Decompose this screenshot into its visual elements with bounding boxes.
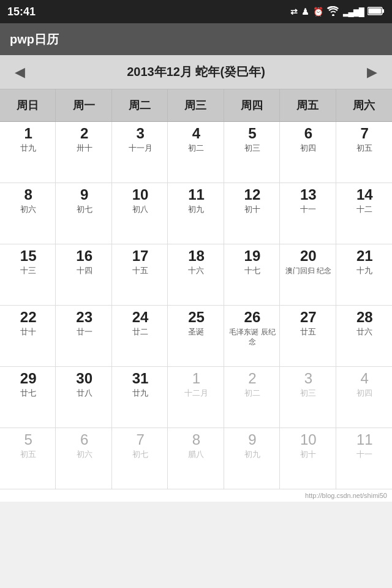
calendar-day[interactable]: 21十九 bbox=[336, 244, 392, 306]
dow-cell: 周六 bbox=[336, 89, 392, 121]
day-holiday: 毛泽东诞 辰纪念 bbox=[229, 328, 276, 347]
calendar-day[interactable]: 6初四 bbox=[280, 122, 336, 183]
day-lunar: 初五 bbox=[356, 143, 372, 154]
day-number: 11 bbox=[188, 187, 205, 203]
calendar-day[interactable]: 27廿五 bbox=[280, 306, 336, 367]
calendar-day[interactable]: 2初二 bbox=[224, 367, 280, 428]
day-number: 15 bbox=[20, 248, 37, 264]
day-lunar: 初七 bbox=[132, 449, 148, 460]
app-title: pwp日历 bbox=[10, 31, 59, 48]
dow-cell: 周四 bbox=[224, 89, 280, 121]
title-bar: pwp日历 bbox=[0, 23, 392, 55]
day-lunar: 十五 bbox=[132, 265, 148, 276]
calendar-day[interactable]: 10初八 bbox=[112, 183, 168, 244]
day-number: 16 bbox=[76, 248, 92, 264]
calendar-day[interactable]: 29廿七 bbox=[0, 367, 56, 428]
calendar-day[interactable]: 18十六 bbox=[168, 244, 224, 306]
calendar-day[interactable]: 9初九 bbox=[224, 428, 280, 489]
calendar-day[interactable]: 17十五 bbox=[112, 244, 168, 306]
calendar: 周日周一周二周三周四周五周六 1廿九2卅十3十一月4初二5初三6初四7初五8初六… bbox=[0, 89, 392, 489]
calendar-day[interactable]: 12初十 bbox=[224, 183, 280, 244]
day-number: 6 bbox=[80, 432, 88, 448]
day-number: 14 bbox=[356, 187, 373, 203]
calendar-day[interactable]: 14十二 bbox=[336, 183, 392, 244]
calendar-day[interactable]: 7初七 bbox=[112, 428, 168, 489]
calendar-day[interactable]: 4初四 bbox=[336, 367, 392, 428]
dow-cell: 周五 bbox=[280, 89, 336, 121]
day-lunar: 廿七 bbox=[20, 388, 36, 399]
day-number: 21 bbox=[356, 248, 373, 264]
calendar-day[interactable]: 1十二月 bbox=[168, 367, 224, 428]
day-number: 9 bbox=[248, 432, 256, 448]
calendar-day[interactable]: 19十七 bbox=[224, 244, 280, 306]
calendar-day[interactable]: 26毛泽东诞 辰纪念 bbox=[224, 306, 280, 367]
calendar-day[interactable]: 22廿十 bbox=[0, 306, 56, 367]
day-lunar: 十一月 bbox=[129, 143, 153, 154]
calendar-day[interactable]: 8腊八 bbox=[168, 428, 224, 489]
svg-rect-1 bbox=[382, 9, 384, 13]
calendar-day[interactable]: 10初十 bbox=[280, 428, 336, 489]
day-number: 23 bbox=[76, 309, 92, 325]
day-lunar: 廿九 bbox=[132, 388, 148, 399]
day-lunar: 廿六 bbox=[356, 326, 372, 337]
day-number: 1 bbox=[192, 371, 200, 386]
calendar-day[interactable]: 16十四 bbox=[56, 244, 111, 306]
day-lunar: 廿八 bbox=[77, 388, 92, 399]
day-lunar: 初六 bbox=[20, 204, 36, 215]
calendar-day[interactable]: 30廿八 bbox=[56, 367, 111, 428]
day-number: 7 bbox=[361, 126, 369, 141]
day-lunar: 初二 bbox=[188, 143, 204, 154]
day-lunar: 初九 bbox=[244, 449, 260, 460]
time: 15:41 bbox=[7, 6, 36, 18]
calendar-day[interactable]: 31廿九 bbox=[112, 367, 168, 428]
prev-month-button[interactable]: ◀ bbox=[15, 64, 25, 80]
calendar-day[interactable]: 5初三 bbox=[224, 122, 280, 183]
day-lunar: 卅十 bbox=[77, 143, 92, 154]
calendar-day[interactable]: 13十一 bbox=[280, 183, 336, 244]
day-number: 10 bbox=[300, 432, 317, 448]
day-lunar: 十七 bbox=[244, 265, 260, 276]
calendar-day[interactable]: 9初七 bbox=[56, 183, 111, 244]
calendar-day[interactable]: 5初五 bbox=[0, 428, 56, 489]
day-lunar: 十一 bbox=[300, 204, 316, 215]
day-number: 24 bbox=[132, 309, 149, 325]
day-lunar: 初三 bbox=[244, 143, 260, 154]
day-lunar: 初十 bbox=[244, 204, 260, 215]
calendar-day[interactable]: 20澳门回归 纪念 bbox=[280, 244, 336, 306]
day-number: 12 bbox=[244, 187, 261, 203]
calendar-day[interactable]: 11初九 bbox=[168, 183, 224, 244]
calendar-day[interactable]: 7初五 bbox=[336, 122, 392, 183]
day-number: 19 bbox=[244, 248, 261, 264]
calendar-day[interactable]: 28廿六 bbox=[336, 306, 392, 367]
calendar-day[interactable]: 25圣诞 bbox=[168, 306, 224, 367]
calendar-day[interactable]: 11十一 bbox=[336, 428, 392, 489]
month-nav: ◀ 2013年12月 蛇年(癸巳年) ▶ bbox=[0, 55, 392, 89]
day-number: 31 bbox=[132, 371, 149, 386]
calendar-day[interactable]: 1廿九 bbox=[0, 122, 56, 183]
calendar-day[interactable]: 24廿二 bbox=[112, 306, 168, 367]
next-month-button[interactable]: ▶ bbox=[367, 64, 377, 80]
calendar-day[interactable]: 15十三 bbox=[0, 244, 56, 306]
calendar-day[interactable]: 2卅十 bbox=[56, 122, 111, 183]
wifi-icon bbox=[327, 6, 339, 18]
battery-icon bbox=[368, 7, 385, 17]
calendar-day[interactable]: 3十一月 bbox=[112, 122, 168, 183]
day-lunar: 十三 bbox=[20, 265, 36, 276]
day-lunar: 十二 bbox=[356, 204, 372, 215]
dow-cell: 周一 bbox=[56, 89, 111, 121]
calendar-day[interactable]: 23廿一 bbox=[56, 306, 111, 367]
alarm-icon: ⏰ bbox=[313, 7, 323, 17]
calendar-day[interactable]: 6初六 bbox=[56, 428, 111, 489]
day-lunar: 廿一 bbox=[77, 326, 92, 337]
day-lunar: 初八 bbox=[132, 204, 148, 215]
day-number: 1 bbox=[24, 126, 32, 141]
calendar-day[interactable]: 8初六 bbox=[0, 183, 56, 244]
month-title: 2013年12月 蛇年(癸巳年) bbox=[127, 64, 265, 80]
day-number: 5 bbox=[24, 432, 32, 448]
day-number: 17 bbox=[132, 248, 149, 264]
calendar-day[interactable]: 3初三 bbox=[280, 367, 336, 428]
calendar-day[interactable]: 4初二 bbox=[168, 122, 224, 183]
day-number: 30 bbox=[76, 371, 92, 386]
day-lunar: 十九 bbox=[356, 265, 372, 276]
day-lunar: 十二月 bbox=[184, 388, 208, 399]
